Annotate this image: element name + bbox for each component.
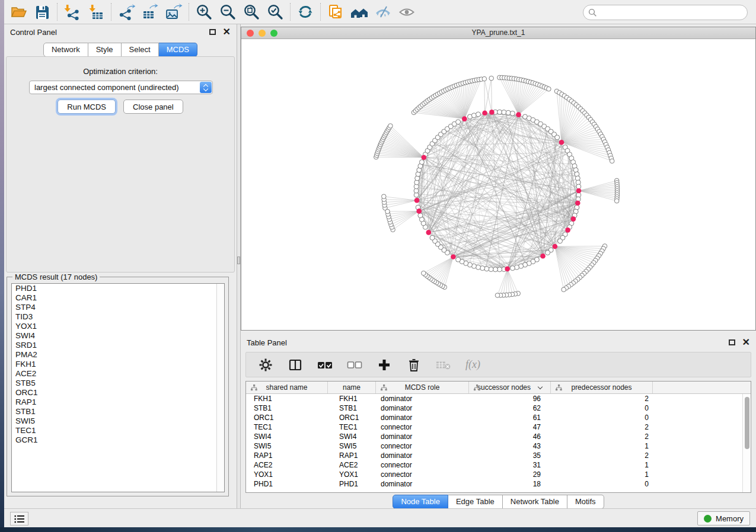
mcds-result-item[interactable]: RAP1 xyxy=(12,398,224,407)
show-view-button[interactable] xyxy=(395,2,419,22)
memory-button[interactable]: Memory xyxy=(697,511,750,525)
delete-column-button[interactable] xyxy=(406,357,422,373)
mcds-list-scrollbar[interactable] xyxy=(216,284,224,492)
open-file-button[interactable] xyxy=(7,2,30,22)
zoom-selected-button[interactable] xyxy=(263,2,287,22)
import-network-button[interactable] xyxy=(60,2,84,22)
mcds-result-item[interactable]: FKH1 xyxy=(12,360,224,369)
table-cell[interactable]: STB1 xyxy=(246,404,328,412)
optimization-criterion-select[interactable]: largest connected component (undirected) xyxy=(29,81,213,94)
function-builder-button[interactable]: f(x) xyxy=(465,358,480,371)
duplicate-network-button[interactable] xyxy=(324,2,347,22)
close-panel-icon[interactable]: ✕ xyxy=(742,339,750,345)
search-box[interactable] xyxy=(583,5,748,20)
minimize-window-icon[interactable] xyxy=(259,30,266,37)
table-cell[interactable]: PHD1 xyxy=(246,480,328,488)
table-cell[interactable]: FKH1 xyxy=(246,395,328,403)
table-row[interactable]: RAP1RAP1dominator352 xyxy=(246,451,742,460)
delete-table-button[interactable] xyxy=(436,357,451,373)
float-panel-icon[interactable] xyxy=(729,339,735,345)
mcds-result-item[interactable]: GCR1 xyxy=(12,435,224,445)
column-header-predecessor-nodes[interactable]: predecessor nodes xyxy=(551,382,653,393)
mcds-result-item[interactable]: CAR1 xyxy=(12,293,224,303)
table-row[interactable]: ORC1ORC1dominator610 xyxy=(246,413,742,422)
mcds-result-item[interactable]: SWI5 xyxy=(12,416,224,426)
table-cell[interactable]: 29 xyxy=(469,470,551,479)
table-cell[interactable]: connector xyxy=(376,461,469,469)
table-cell[interactable]: 0 xyxy=(551,480,653,488)
table-row[interactable]: SWI4SWI4dominator462 xyxy=(246,432,742,441)
table-cell[interactable]: STB1 xyxy=(328,404,376,412)
mcds-result-item[interactable]: YOX1 xyxy=(12,322,224,331)
table-cell[interactable]: 18 xyxy=(469,480,551,488)
splitter-grip-icon[interactable] xyxy=(237,257,240,264)
mcds-result-item[interactable]: ACE2 xyxy=(12,369,224,379)
table-cell[interactable]: FKH1 xyxy=(328,395,376,403)
network-graph[interactable] xyxy=(241,39,755,330)
tab-node-table[interactable]: Node Table xyxy=(393,495,448,509)
table-cell[interactable]: 46 xyxy=(469,432,551,441)
mcds-result-item[interactable]: STP4 xyxy=(12,303,224,312)
import-table-button[interactable] xyxy=(84,2,108,22)
hide-panels-button[interactable] xyxy=(371,2,395,22)
table-cell[interactable]: RAP1 xyxy=(246,451,328,460)
table-cell[interactable]: 0 xyxy=(551,414,653,422)
table-cell[interactable]: 2 xyxy=(551,423,653,431)
table-cell[interactable]: SWI5 xyxy=(246,442,328,450)
select-all-button[interactable] xyxy=(317,357,333,373)
deselect-all-button[interactable] xyxy=(347,357,362,373)
table-cell[interactable]: 61 xyxy=(469,414,551,422)
add-column-button[interactable] xyxy=(377,357,392,373)
search-input[interactable] xyxy=(600,7,747,18)
task-history-button[interactable] xyxy=(10,512,28,525)
table-cell[interactable]: TEC1 xyxy=(328,423,376,431)
table-cell[interactable]: RAP1 xyxy=(328,451,376,460)
close-window-icon[interactable] xyxy=(247,30,254,37)
table-cell[interactable]: dominator xyxy=(376,480,469,488)
table-cell[interactable]: connector xyxy=(376,423,469,431)
table-cell[interactable]: 2 xyxy=(551,432,653,441)
table-row[interactable]: PHD1PHD1dominator180 xyxy=(246,479,742,489)
close-panel-button[interactable]: Close panel xyxy=(123,100,183,114)
table-row[interactable]: STB1STB1dominator620 xyxy=(246,403,742,413)
table-cell[interactable]: 1 xyxy=(551,461,653,469)
network-canvas[interactable] xyxy=(241,39,755,330)
table-cell[interactable]: connector xyxy=(376,470,469,479)
split-panel-button[interactable] xyxy=(288,357,303,373)
save-session-button[interactable] xyxy=(30,2,54,22)
table-cell[interactable]: SWI4 xyxy=(246,432,328,441)
mcds-result-item[interactable]: STB5 xyxy=(12,379,224,388)
tab-select[interactable]: Select xyxy=(122,43,159,57)
table-cell[interactable]: 47 xyxy=(469,423,551,431)
tab-edge-table[interactable]: Edge Table xyxy=(448,495,503,509)
maximize-window-icon[interactable] xyxy=(270,30,277,37)
zoom-in-button[interactable] xyxy=(192,2,216,22)
table-cell[interactable]: ACE2 xyxy=(328,461,376,469)
scrollbar-thumb[interactable] xyxy=(745,397,749,449)
column-header-mcds-role[interactable]: MCDS role xyxy=(376,382,469,393)
refresh-view-button[interactable] xyxy=(294,2,317,22)
float-panel-icon[interactable] xyxy=(209,29,216,35)
table-cell[interactable]: 1 xyxy=(551,442,653,450)
table-cell[interactable]: 43 xyxy=(469,442,551,450)
close-panel-icon[interactable]: ✕ xyxy=(223,29,231,35)
column-header-shared-name[interactable]: shared name xyxy=(246,382,328,393)
mcds-result-list[interactable]: PHD1CAR1STP4TID3YOX1SWI4SRD1PMA2FKH1ACE2… xyxy=(11,283,225,492)
table-cell[interactable]: 2 xyxy=(551,451,653,460)
table-cell[interactable]: ACE2 xyxy=(246,461,328,469)
table-cell[interactable]: SWI5 xyxy=(328,442,376,450)
tab-motifs[interactable]: Motifs xyxy=(567,495,604,509)
tab-mcds[interactable]: MCDS xyxy=(159,43,197,57)
table-row[interactable]: ACE2ACE2connector311 xyxy=(246,460,742,470)
mcds-result-item[interactable]: PMA2 xyxy=(12,350,224,360)
tab-network-table[interactable]: Network Table xyxy=(503,495,567,509)
export-table-button[interactable] xyxy=(138,2,162,22)
export-image-button[interactable] xyxy=(162,2,186,22)
table-cell[interactable]: 35 xyxy=(469,451,551,460)
table-cell[interactable]: SWI4 xyxy=(328,432,376,441)
table-cell[interactable]: 2 xyxy=(551,395,653,403)
table-row[interactable]: TEC1TEC1connector472 xyxy=(246,422,742,432)
mcds-result-item[interactable]: SWI4 xyxy=(12,331,224,341)
run-mcds-button[interactable]: Run MCDS xyxy=(58,100,116,114)
table-cell[interactable]: 1 xyxy=(551,470,653,479)
